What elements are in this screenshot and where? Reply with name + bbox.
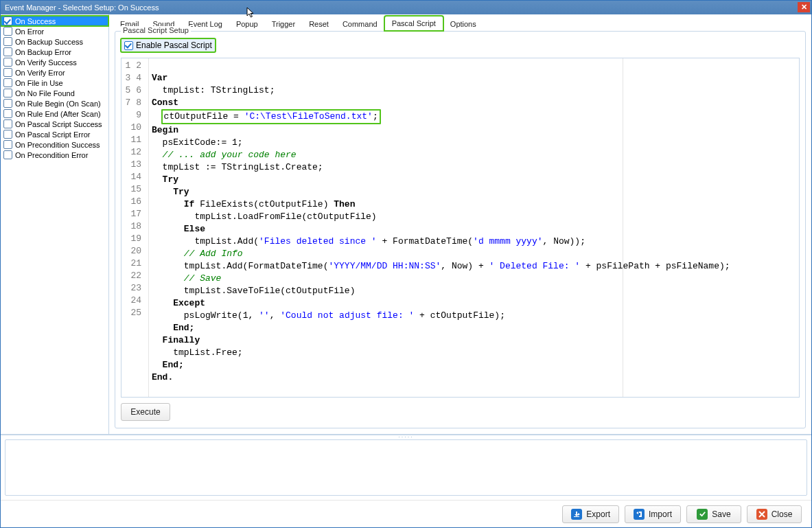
checkbox-icon[interactable] bbox=[3, 78, 12, 87]
sidebar-item-on-no-file-found[interactable]: On No File Found bbox=[1, 88, 108, 98]
window-title: Event Manager - Selected Setup: On Succe… bbox=[5, 3, 159, 12]
sidebar-item-on-rule-end-after-scan-[interactable]: On Rule End (After Scan) bbox=[1, 108, 108, 119]
checkbox-icon[interactable] bbox=[3, 109, 12, 118]
checkbox-icon[interactable] bbox=[3, 89, 12, 97]
output-pane: ····· bbox=[1, 434, 811, 500]
sidebar-item-on-pascal-script-success[interactable]: On Pascal Script Success bbox=[1, 119, 108, 129]
enable-pascal-script-row[interactable]: Enable Pascal Script bbox=[121, 38, 216, 52]
highlighted-code-line: ctOutputFile = 'C:\Test\FileToSend.txt'; bbox=[161, 109, 381, 124]
checkbox-icon[interactable] bbox=[3, 150, 12, 159]
footer-toolbar: Export Import Save Close bbox=[1, 500, 811, 527]
sidebar-item-label: On Rule Begin (On Scan) bbox=[15, 100, 101, 108]
sidebar-item-label: On Backup Success bbox=[15, 38, 83, 46]
sidebar-item-on-success[interactable]: On Success bbox=[1, 16, 108, 26]
sidebar-item-on-precondition-success[interactable]: On Precondition Success bbox=[1, 139, 108, 150]
close-icon bbox=[756, 509, 767, 520]
tab-reset[interactable]: Reset bbox=[302, 17, 336, 31]
checkbox-icon[interactable] bbox=[3, 119, 12, 128]
sidebar-item-label: On Precondition Error bbox=[15, 151, 88, 159]
sidebar-item-label: On Pascal Script Error bbox=[15, 130, 90, 139]
export-button[interactable]: Export bbox=[562, 505, 619, 523]
event-list-sidebar: On SuccessOn ErrorOn Backup SuccessOn Ba… bbox=[1, 14, 109, 434]
sidebar-item-on-verify-error[interactable]: On Verify Error bbox=[1, 67, 108, 78]
sidebar-item-on-verify-success[interactable]: On Verify Success bbox=[1, 57, 108, 67]
sidebar-item-on-file-in-use[interactable]: On File in Use bbox=[1, 78, 108, 88]
enable-pascal-script-label: Enable Pascal Script bbox=[136, 41, 212, 50]
checkbox-icon[interactable] bbox=[3, 58, 12, 67]
tab-popup[interactable]: Popup bbox=[229, 17, 265, 31]
import-button[interactable]: Import bbox=[625, 505, 681, 523]
checkbox-icon[interactable] bbox=[3, 140, 12, 149]
sidebar-item-on-error[interactable]: On Error bbox=[1, 26, 108, 36]
titlebar: Event Manager - Selected Setup: On Succe… bbox=[1, 1, 811, 14]
tab-pascal-script[interactable]: Pascal Script bbox=[384, 16, 443, 31]
checkbox-icon[interactable] bbox=[3, 27, 12, 36]
checkbox-icon[interactable] bbox=[3, 99, 12, 108]
sidebar-item-on-rule-begin-on-scan-[interactable]: On Rule Begin (On Scan) bbox=[1, 98, 108, 108]
sidebar-item-label: On Rule End (After Scan) bbox=[15, 110, 101, 118]
tab-command[interactable]: Command bbox=[336, 17, 384, 31]
editor-ruler bbox=[623, 58, 623, 397]
save-button[interactable]: Save bbox=[686, 505, 741, 523]
sidebar-item-on-pascal-script-error[interactable]: On Pascal Script Error bbox=[1, 129, 108, 139]
pascal-script-panel: Pascal Script Setup Enable Pascal Script… bbox=[115, 31, 806, 428]
tab-trigger[interactable]: Trigger bbox=[265, 17, 302, 31]
tab-options[interactable]: Options bbox=[443, 17, 483, 31]
sidebar-item-label: On Precondition Success bbox=[15, 141, 100, 149]
line-number-gutter: 1 2 3 4 5 6 7 8 9 10 11 12 13 14 15 16 1… bbox=[121, 58, 149, 397]
sidebar-item-label: On Error bbox=[15, 27, 44, 36]
output-pane-inner[interactable] bbox=[5, 439, 807, 496]
checkbox-icon[interactable] bbox=[3, 37, 12, 46]
enable-pascal-script-checkbox[interactable] bbox=[124, 41, 133, 50]
close-icon[interactable]: ✕ bbox=[798, 2, 810, 12]
import-icon bbox=[634, 509, 645, 520]
sidebar-item-label: On Pascal Script Success bbox=[15, 120, 102, 128]
code-editor-text[interactable]: Var tmpList: TStringList; Const ctOutput… bbox=[149, 58, 799, 397]
checkbox-icon[interactable] bbox=[3, 16, 12, 25]
checkbox-icon[interactable] bbox=[3, 68, 12, 77]
code-editor[interactable]: 1 2 3 4 5 6 7 8 9 10 11 12 13 14 15 16 1… bbox=[121, 58, 800, 398]
save-icon bbox=[697, 509, 708, 520]
execute-button[interactable]: Execute bbox=[121, 403, 170, 421]
checkbox-icon[interactable] bbox=[3, 130, 12, 139]
export-icon bbox=[571, 509, 582, 520]
sidebar-item-label: On Success bbox=[15, 17, 56, 25]
sidebar-item-on-backup-error[interactable]: On Backup Error bbox=[1, 47, 108, 57]
checkbox-icon[interactable] bbox=[3, 47, 12, 56]
sidebar-item-on-precondition-error[interactable]: On Precondition Error bbox=[1, 150, 108, 160]
panel-title: Pascal Script Setup bbox=[121, 26, 191, 34]
sidebar-item-label: On Verify Error bbox=[15, 69, 65, 77]
close-button[interactable]: Close bbox=[747, 505, 802, 523]
sidebar-item-on-backup-success[interactable]: On Backup Success bbox=[1, 36, 108, 47]
sidebar-item-label: On Verify Success bbox=[15, 58, 77, 67]
sidebar-item-label: On Backup Error bbox=[15, 48, 71, 56]
sidebar-item-label: On File in Use bbox=[15, 79, 63, 87]
splitter-grip[interactable]: ····· bbox=[393, 433, 420, 436]
sidebar-item-label: On No File Found bbox=[15, 89, 75, 97]
tab-bar: EmailSoundEvent LogPopupTriggerResetComm… bbox=[109, 14, 811, 31]
